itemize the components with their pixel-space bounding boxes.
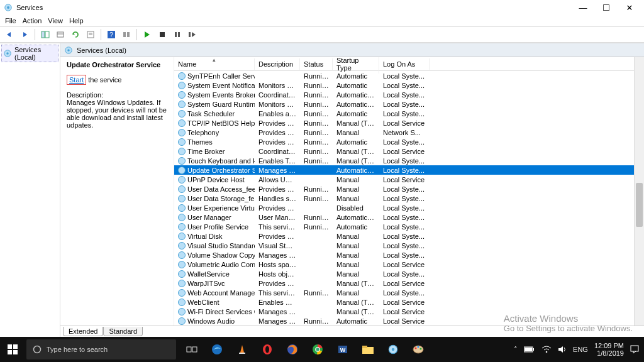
menu-help[interactable]: Help (69, 17, 84, 25)
wifi-icon[interactable] (541, 346, 552, 353)
service-status: Running (300, 223, 333, 231)
svg-point-25 (34, 346, 41, 353)
minimize-button[interactable]: ― (572, 3, 594, 13)
word-icon[interactable]: W (331, 337, 355, 362)
menu-action[interactable]: Action (23, 17, 42, 25)
service-startup-type: Manual (333, 185, 379, 193)
volume-icon[interactable] (558, 346, 567, 353)
gear-icon (3, 49, 12, 58)
vertical-scrollbar[interactable] (634, 57, 644, 326)
service-name: User Profile Service (187, 223, 248, 231)
stop-service-button[interactable] (155, 28, 169, 41)
export-list-button[interactable] (53, 28, 67, 41)
tree-item-services-local[interactable]: Services (Local) (1, 45, 58, 62)
table-row[interactable]: System Guard Runtime Mo...Monitors an...… (174, 99, 644, 109)
col-status[interactable]: Status (300, 58, 333, 70)
table-row[interactable]: TCP/IP NetBIOS HelperProvides su...Runni… (174, 118, 644, 128)
col-log-on-as[interactable]: Log On As (379, 58, 430, 70)
service-description: Manages an... (255, 251, 300, 259)
table-row[interactable]: Task SchedulerEnables a us...RunningAuto… (174, 109, 644, 118)
table-row[interactable]: Update Orchestrator ServiceManages W...A… (174, 165, 644, 175)
table-row[interactable]: Volume Shadow CopyManages an...ManualLoc… (174, 250, 644, 260)
taskbar-apps: W (180, 337, 430, 362)
table-row[interactable]: WalletServiceHosts objec...ManualLocal S… (174, 269, 644, 278)
gear-icon (178, 317, 186, 325)
maximize-button[interactable]: ☐ (596, 3, 617, 13)
tasks-button[interactable] (119, 28, 133, 41)
close-button[interactable]: ✕ (619, 3, 640, 13)
opera-icon[interactable] (255, 337, 279, 362)
table-row[interactable]: User Data Access_fee91aProvides ap...Run… (174, 184, 644, 194)
table-row[interactable]: Volumetric Audio Composit...Hosts spatia… (174, 260, 644, 269)
col-startup-type[interactable]: Startup Type (333, 57, 379, 74)
table-row[interactable]: User Data Storage_fee91aHandles sto...Ru… (174, 194, 644, 203)
back-button[interactable] (3, 28, 16, 41)
service-status: Running (300, 138, 333, 146)
table-row[interactable]: Touch Keyboard and Hand...Enables Tou...… (174, 156, 644, 165)
restart-service-button[interactable] (186, 28, 199, 41)
firefox-icon[interactable] (280, 337, 304, 362)
service-name: SynTPEnh Caller Service (187, 72, 255, 80)
task-view-button[interactable] (180, 337, 204, 362)
svg-rect-39 (362, 346, 367, 348)
forward-button[interactable] (18, 28, 31, 41)
service-description: Provides m... (255, 233, 300, 240)
separator (35, 29, 35, 40)
tab-standard[interactable]: Standard (103, 327, 143, 336)
service-description: Provides a JI... (255, 280, 300, 287)
table-row[interactable]: TelephonyProvides Tel...RunningManualNet… (174, 128, 644, 137)
table-row[interactable]: Web Account ManagerThis service ...Runni… (174, 288, 644, 297)
paint-icon[interactable] (406, 337, 430, 362)
col-description[interactable]: Description (255, 58, 300, 70)
table-row[interactable]: WarpJITSvcProvides a JI...Manual (Trig..… (174, 278, 644, 288)
properties-button[interactable] (84, 28, 97, 41)
services-taskbar-icon[interactable] (381, 337, 405, 362)
table-row[interactable]: User Experience Virtualizatio...Provides… (174, 203, 644, 212)
table-row[interactable]: User ManagerUser Manag...RunningAutomati… (174, 212, 644, 222)
start-button[interactable] (0, 337, 25, 362)
table-row[interactable]: Windows AudioManages au...RunningAutomat… (174, 316, 644, 326)
svg-rect-50 (631, 346, 638, 351)
service-name: Telephony (187, 129, 219, 136)
table-row[interactable]: Visual Studio Standard Coll...Visual Stu… (174, 241, 644, 250)
edge-icon[interactable] (205, 337, 229, 362)
table-row[interactable]: UPnP Device HostAllows UPn...ManualLocal… (174, 175, 644, 184)
help-button[interactable]: ? (104, 28, 118, 41)
table-row[interactable]: Time BrokerCoordinates...RunningManual (… (174, 146, 644, 156)
scrollbar-thumb[interactable] (636, 183, 643, 227)
table-row[interactable]: System Events BrokerCoordinates...Runnin… (174, 90, 644, 99)
table-row[interactable]: System Event Notification S...Monitors s… (174, 80, 644, 90)
show-hide-tree-button[interactable] (38, 28, 52, 41)
table-row[interactable]: Virtual DiskProvides m...ManualLocal Sys… (174, 231, 644, 241)
battery-icon[interactable] (524, 346, 535, 353)
clock[interactable]: 12:09 PM 1/8/2019 (594, 342, 624, 357)
menu-view[interactable]: View (48, 17, 63, 25)
table-row[interactable]: Wi-Fi Direct Services Conne...Manages co… (174, 307, 644, 316)
vlc-icon[interactable] (230, 337, 254, 362)
chrome-icon[interactable] (306, 337, 330, 362)
tab-extended[interactable]: Extended (63, 327, 103, 336)
menu-file[interactable]: File (5, 17, 16, 25)
table-row[interactable]: WebClientEnables Win...Manual (Trig...Lo… (174, 297, 644, 307)
start-service-button[interactable] (140, 28, 154, 41)
service-startup-type: Manual (333, 242, 379, 250)
language-indicator[interactable]: ENG (573, 346, 588, 353)
refresh-button[interactable] (69, 28, 82, 41)
gear-icon (178, 101, 186, 108)
gear-icon (178, 110, 186, 118)
list-body[interactable]: SynTPEnh Caller ServiceRunningAutomaticL… (174, 71, 644, 326)
service-status: Running (300, 157, 333, 165)
start-service-link[interactable]: Start (67, 75, 86, 85)
pause-service-button[interactable] (170, 28, 184, 41)
tray-chevron-icon[interactable]: ˄ (514, 346, 518, 354)
service-startup-type: Automatic (333, 223, 379, 231)
col-name[interactable]: Name▴ (174, 58, 255, 70)
service-status: Running (300, 129, 333, 136)
taskbar-search[interactable]: Type here to search (26, 339, 176, 359)
file-explorer-icon[interactable] (356, 337, 380, 362)
service-description: Provides Tel... (255, 129, 300, 136)
table-row[interactable]: SynTPEnh Caller ServiceRunningAutomaticL… (174, 71, 644, 80)
table-row[interactable]: ThemesProvides us...RunningAutomaticLoca… (174, 137, 644, 146)
notifications-icon[interactable] (630, 345, 639, 354)
table-row[interactable]: User Profile ServiceThis service ...Runn… (174, 222, 644, 231)
